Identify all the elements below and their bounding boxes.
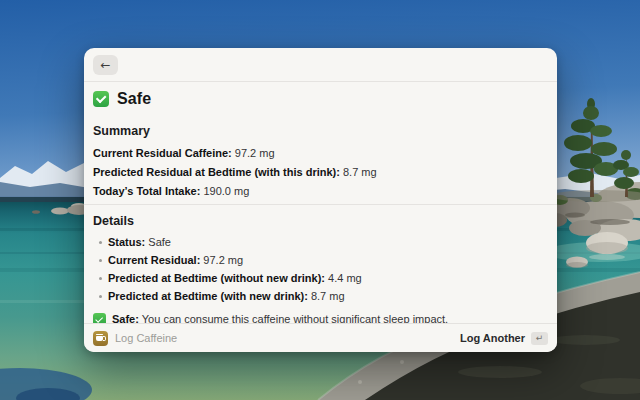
result-window: ← Safe Summary Current Residual Caffeine…: [84, 48, 557, 352]
window-body: Safe Summary Current Residual Caffeine: …: [84, 82, 557, 323]
coffee-cup-icon: [93, 331, 108, 346]
summary-predicted-bedtime: Predicted Residual at Bedtime (with this…: [93, 166, 548, 179]
check-mark-icon: [93, 91, 109, 107]
summary-total-intake: Today’s Total Intake: 190.0 mg: [93, 185, 548, 198]
check-mark-icon: [93, 313, 106, 323]
section-divider: [84, 204, 557, 205]
details-heading: Details: [93, 214, 548, 228]
verdict-row: Safe: You can consume this caffeine with…: [93, 313, 548, 323]
log-another-button[interactable]: Log Another ↵: [460, 332, 548, 345]
detail-predicted-with: Predicted at Bedtime (with new drink): 8…: [108, 290, 548, 303]
page-title: Safe: [117, 90, 151, 108]
detail-predicted-without: Predicted at Bedtime (without new drink)…: [108, 272, 548, 285]
return-key-icon: ↵: [531, 332, 548, 345]
verdict-text: Safe: You can consume this caffeine with…: [112, 313, 448, 323]
back-button[interactable]: ←: [93, 55, 118, 75]
summary-current-residual: Current Residual Caffeine: 97.2 mg: [93, 147, 548, 160]
window-header: ←: [84, 48, 557, 82]
footer-app-name: Log Caffeine: [115, 332, 177, 344]
summary-heading: Summary: [93, 124, 548, 138]
page-title-row: Safe: [93, 90, 548, 108]
detail-status: Status: Safe: [108, 236, 548, 249]
back-arrow-icon: ←: [100, 59, 110, 71]
window-footer: Log Caffeine Log Another ↵: [84, 323, 557, 352]
log-another-label: Log Another: [460, 332, 525, 344]
detail-current-residual: Current Residual: 97.2 mg: [108, 254, 548, 267]
details-list: Status: Safe Current Residual: 97.2 mg P…: [93, 236, 548, 303]
